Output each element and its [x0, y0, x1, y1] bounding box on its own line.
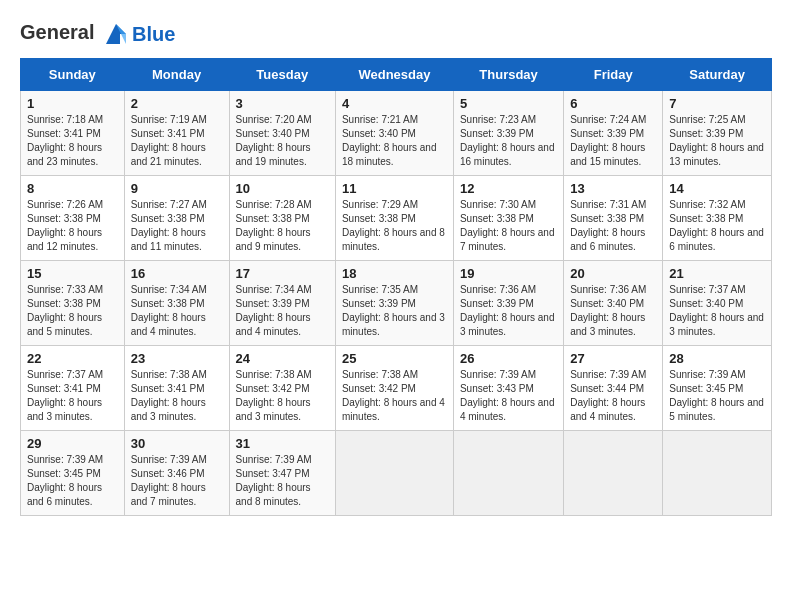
day-number: 7: [669, 96, 765, 111]
day-number: 31: [236, 436, 329, 451]
day-number: 4: [342, 96, 447, 111]
day-number: 17: [236, 266, 329, 281]
day-info: Sunrise: 7:21 AMSunset: 3:40 PMDaylight:…: [342, 113, 447, 169]
day-number: 12: [460, 181, 557, 196]
calendar-day-header: Wednesday: [335, 59, 453, 91]
day-info: Sunrise: 7:36 AMSunset: 3:39 PMDaylight:…: [460, 283, 557, 339]
day-info: Sunrise: 7:38 AMSunset: 3:42 PMDaylight:…: [236, 368, 329, 424]
day-info: Sunrise: 7:39 AMSunset: 3:47 PMDaylight:…: [236, 453, 329, 509]
calendar-day-cell: 28 Sunrise: 7:39 AMSunset: 3:45 PMDaylig…: [663, 346, 772, 431]
day-number: 28: [669, 351, 765, 366]
day-info: Sunrise: 7:33 AMSunset: 3:38 PMDaylight:…: [27, 283, 118, 339]
calendar-day-cell: 9 Sunrise: 7:27 AMSunset: 3:38 PMDayligh…: [124, 176, 229, 261]
calendar-day-header: Friday: [564, 59, 663, 91]
day-number: 9: [131, 181, 223, 196]
logo-icon: [102, 20, 130, 48]
day-info: Sunrise: 7:37 AMSunset: 3:41 PMDaylight:…: [27, 368, 118, 424]
day-info: Sunrise: 7:38 AMSunset: 3:42 PMDaylight:…: [342, 368, 447, 424]
day-info: Sunrise: 7:19 AMSunset: 3:41 PMDaylight:…: [131, 113, 223, 169]
page-header: General Blue: [20, 20, 772, 48]
day-info: Sunrise: 7:23 AMSunset: 3:39 PMDaylight:…: [460, 113, 557, 169]
calendar-day-cell: 5 Sunrise: 7:23 AMSunset: 3:39 PMDayligh…: [453, 91, 563, 176]
calendar-day-cell: 25 Sunrise: 7:38 AMSunset: 3:42 PMDaylig…: [335, 346, 453, 431]
day-number: 25: [342, 351, 447, 366]
day-number: 19: [460, 266, 557, 281]
calendar-table: SundayMondayTuesdayWednesdayThursdayFrid…: [20, 58, 772, 516]
calendar-day-cell: 20 Sunrise: 7:36 AMSunset: 3:40 PMDaylig…: [564, 261, 663, 346]
calendar-day-cell: 11 Sunrise: 7:29 AMSunset: 3:38 PMDaylig…: [335, 176, 453, 261]
day-info: Sunrise: 7:18 AMSunset: 3:41 PMDaylight:…: [27, 113, 118, 169]
day-info: Sunrise: 7:39 AMSunset: 3:45 PMDaylight:…: [669, 368, 765, 424]
day-number: 15: [27, 266, 118, 281]
calendar-day-cell: 24 Sunrise: 7:38 AMSunset: 3:42 PMDaylig…: [229, 346, 335, 431]
day-info: Sunrise: 7:39 AMSunset: 3:44 PMDaylight:…: [570, 368, 656, 424]
day-number: 22: [27, 351, 118, 366]
calendar-day-header: Saturday: [663, 59, 772, 91]
calendar-day-cell: 6 Sunrise: 7:24 AMSunset: 3:39 PMDayligh…: [564, 91, 663, 176]
calendar-day-cell: 19 Sunrise: 7:36 AMSunset: 3:39 PMDaylig…: [453, 261, 563, 346]
day-info: Sunrise: 7:25 AMSunset: 3:39 PMDaylight:…: [669, 113, 765, 169]
day-info: Sunrise: 7:29 AMSunset: 3:38 PMDaylight:…: [342, 198, 447, 254]
day-number: 29: [27, 436, 118, 451]
calendar-header-row: SundayMondayTuesdayWednesdayThursdayFrid…: [21, 59, 772, 91]
calendar-day-header: Tuesday: [229, 59, 335, 91]
calendar-day-cell: 8 Sunrise: 7:26 AMSunset: 3:38 PMDayligh…: [21, 176, 125, 261]
calendar-week-row: 29 Sunrise: 7:39 AMSunset: 3:45 PMDaylig…: [21, 431, 772, 516]
day-number: 14: [669, 181, 765, 196]
day-number: 13: [570, 181, 656, 196]
calendar-day-header: Sunday: [21, 59, 125, 91]
day-info: Sunrise: 7:20 AMSunset: 3:40 PMDaylight:…: [236, 113, 329, 169]
calendar-day-cell: 26 Sunrise: 7:39 AMSunset: 3:43 PMDaylig…: [453, 346, 563, 431]
day-number: 30: [131, 436, 223, 451]
calendar-day-cell: [335, 431, 453, 516]
day-info: Sunrise: 7:26 AMSunset: 3:38 PMDaylight:…: [27, 198, 118, 254]
calendar-day-cell: 7 Sunrise: 7:25 AMSunset: 3:39 PMDayligh…: [663, 91, 772, 176]
day-number: 20: [570, 266, 656, 281]
calendar-day-cell: 16 Sunrise: 7:34 AMSunset: 3:38 PMDaylig…: [124, 261, 229, 346]
day-number: 18: [342, 266, 447, 281]
day-info: Sunrise: 7:39 AMSunset: 3:45 PMDaylight:…: [27, 453, 118, 509]
calendar-day-cell: 21 Sunrise: 7:37 AMSunset: 3:40 PMDaylig…: [663, 261, 772, 346]
calendar-day-cell: [663, 431, 772, 516]
day-info: Sunrise: 7:30 AMSunset: 3:38 PMDaylight:…: [460, 198, 557, 254]
day-info: Sunrise: 7:32 AMSunset: 3:38 PMDaylight:…: [669, 198, 765, 254]
calendar-day-cell: 18 Sunrise: 7:35 AMSunset: 3:39 PMDaylig…: [335, 261, 453, 346]
calendar-day-header: Thursday: [453, 59, 563, 91]
day-info: Sunrise: 7:39 AMSunset: 3:46 PMDaylight:…: [131, 453, 223, 509]
calendar-day-cell: [453, 431, 563, 516]
calendar-week-row: 22 Sunrise: 7:37 AMSunset: 3:41 PMDaylig…: [21, 346, 772, 431]
logo-blue: Blue: [132, 23, 175, 46]
day-number: 11: [342, 181, 447, 196]
day-info: Sunrise: 7:34 AMSunset: 3:38 PMDaylight:…: [131, 283, 223, 339]
calendar-day-cell: 17 Sunrise: 7:34 AMSunset: 3:39 PMDaylig…: [229, 261, 335, 346]
day-info: Sunrise: 7:24 AMSunset: 3:39 PMDaylight:…: [570, 113, 656, 169]
day-info: Sunrise: 7:39 AMSunset: 3:43 PMDaylight:…: [460, 368, 557, 424]
calendar-day-cell: 14 Sunrise: 7:32 AMSunset: 3:38 PMDaylig…: [663, 176, 772, 261]
calendar-day-cell: 22 Sunrise: 7:37 AMSunset: 3:41 PMDaylig…: [21, 346, 125, 431]
day-number: 6: [570, 96, 656, 111]
day-number: 1: [27, 96, 118, 111]
day-number: 26: [460, 351, 557, 366]
calendar-day-cell: 13 Sunrise: 7:31 AMSunset: 3:38 PMDaylig…: [564, 176, 663, 261]
calendar-day-cell: 27 Sunrise: 7:39 AMSunset: 3:44 PMDaylig…: [564, 346, 663, 431]
calendar-day-cell: 12 Sunrise: 7:30 AMSunset: 3:38 PMDaylig…: [453, 176, 563, 261]
calendar-day-cell: [564, 431, 663, 516]
day-number: 5: [460, 96, 557, 111]
day-info: Sunrise: 7:37 AMSunset: 3:40 PMDaylight:…: [669, 283, 765, 339]
day-number: 3: [236, 96, 329, 111]
day-number: 23: [131, 351, 223, 366]
calendar-day-header: Monday: [124, 59, 229, 91]
day-number: 16: [131, 266, 223, 281]
logo: General Blue: [20, 20, 175, 48]
calendar-day-cell: 3 Sunrise: 7:20 AMSunset: 3:40 PMDayligh…: [229, 91, 335, 176]
calendar-body: 1 Sunrise: 7:18 AMSunset: 3:41 PMDayligh…: [21, 91, 772, 516]
day-info: Sunrise: 7:31 AMSunset: 3:38 PMDaylight:…: [570, 198, 656, 254]
day-number: 8: [27, 181, 118, 196]
calendar-day-cell: 29 Sunrise: 7:39 AMSunset: 3:45 PMDaylig…: [21, 431, 125, 516]
calendar-day-cell: 31 Sunrise: 7:39 AMSunset: 3:47 PMDaylig…: [229, 431, 335, 516]
calendar-day-cell: 1 Sunrise: 7:18 AMSunset: 3:41 PMDayligh…: [21, 91, 125, 176]
day-number: 27: [570, 351, 656, 366]
day-info: Sunrise: 7:28 AMSunset: 3:38 PMDaylight:…: [236, 198, 329, 254]
calendar-day-cell: 15 Sunrise: 7:33 AMSunset: 3:38 PMDaylig…: [21, 261, 125, 346]
calendar-day-cell: 23 Sunrise: 7:38 AMSunset: 3:41 PMDaylig…: [124, 346, 229, 431]
